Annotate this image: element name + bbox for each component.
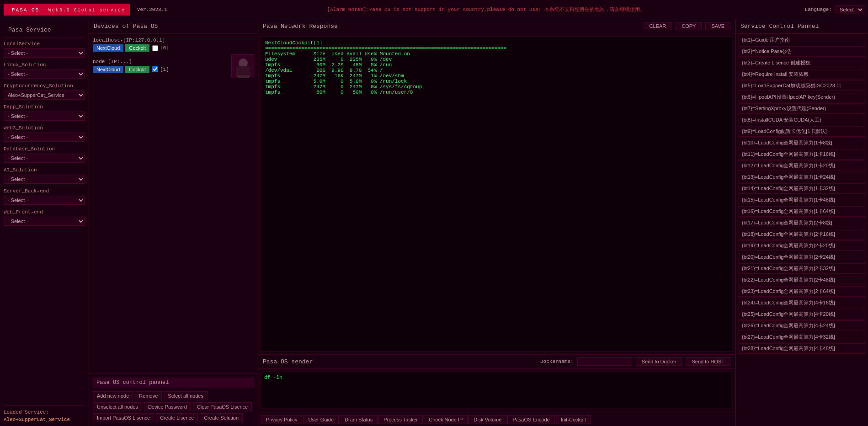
alarm-text: [Alarm Notes]:Pasa OS is not support in … (175, 6, 798, 13)
service-btn-22[interactable]: {bt23}=LoadConfig全网最高算力[2卡64线] (738, 286, 866, 297)
service-btn-19[interactable]: {bt20}=LoadConfig全网最高算力[2卡24线] (738, 252, 866, 262)
device-row: localhost-[IP:127.0.0.1] NextCloud Cockp… (93, 37, 254, 52)
devices-title: Devices of Pasa OS (89, 19, 258, 34)
add-node-btn[interactable]: Add new node (93, 391, 133, 400)
tab-nodeip[interactable]: Check Node IP (424, 415, 468, 424)
tab-process[interactable]: Process Tasker (378, 415, 423, 424)
sender-title: Pasa OS sender (263, 358, 537, 365)
clear-btn[interactable]: CLEAR (644, 22, 672, 30)
service-btn-14[interactable]: {bt15}=LoadConfig全网最高算力[1卡48线] (738, 195, 866, 205)
remove-btn[interactable]: Remove (135, 391, 162, 400)
service-btn-21[interactable]: {bt22}=LoadConfig全网最高算力[2卡48线] (738, 275, 866, 285)
service-btn-12[interactable]: {bt13}=LoadConfig全网最高算力[1卡24线] (738, 172, 866, 182)
service-btn-6[interactable]: {bt7}=SettingXproxy设置代理(Sender) (738, 103, 866, 114)
loaded-value: Aleo+SupperCat_Service (4, 417, 85, 422)
section-database: Database_Solution (4, 146, 85, 152)
device-index-0: [0] (160, 45, 169, 51)
service-btn-25[interactable]: {bt26}=LoadConfig全网最高算力[4卡24线] (738, 320, 866, 331)
service-btn-3[interactable]: {bt4}=Require Install 安装依赖 (738, 69, 866, 80)
device-checkbox-0[interactable] (152, 45, 158, 51)
send-docker-btn[interactable]: Send to Docker (636, 357, 682, 366)
database-select[interactable]: - Select - (4, 154, 85, 163)
service-btn-9[interactable]: {bt10}=LoadConfig全网最高算力[1卡8线] (738, 138, 866, 148)
device-password-btn[interactable]: Device Password (144, 402, 191, 411)
device-index-1: [1] (160, 67, 169, 72)
tab-userguide[interactable]: User Guide (303, 415, 339, 424)
devices-panel: Devices of Pasa OS localhost-[IP:127.0.0… (89, 19, 258, 426)
section-localservice: LocalService (4, 41, 85, 47)
service-btn-4[interactable]: {bt5}=LoadSupperCat加载超级猫[SC2023.1] (738, 80, 866, 91)
tab-cockpit[interactable]: Init-Cockpit (556, 415, 591, 424)
service-btn-15[interactable]: {bt16}=LoadConfig全网最高算力[1卡64线] (738, 206, 866, 217)
service-btn-7[interactable]: {bt8}=InstallCUDA 安装CUDA(人工) (738, 115, 866, 125)
control-panel: Pasa OS control pannel Add new node Remo… (89, 373, 258, 426)
service-btn-27[interactable]: {bt28}=LoadConfig全网最高算力[4卡48线] (738, 343, 866, 354)
service-btn-2[interactable]: {bt3}=Create Lisence 创建授权 (738, 58, 866, 68)
service-btn-20[interactable]: {bt21}=LoadConfig全网最高算力[2卡32线] (738, 263, 866, 274)
docker-name-input[interactable] (577, 357, 632, 366)
select-all-btn[interactable]: Select all nodes (164, 391, 208, 400)
sender-header: Pasa OS sender DockerName: Send to Docke… (258, 355, 735, 369)
ai-select[interactable]: - Select - (4, 175, 85, 184)
create-solution-btn[interactable]: Create Solution (200, 413, 243, 422)
unselect-all-btn[interactable]: Unselect all nodes (93, 402, 142, 411)
footer-tabs: Privacy Policy User Guide Dram Status Pr… (258, 413, 735, 426)
dapp-select[interactable]: - Select - (4, 112, 85, 121)
service-btn-10[interactable]: {bt11}=LoadConfig全网最高算力[1卡16线] (738, 149, 866, 160)
service-btn-18[interactable]: {bt19}=LoadConfig全网最高算力[2卡20线] (738, 240, 866, 251)
service-btn-13[interactable]: {bt14}=LoadConfig全网最高算力[1卡32线] (738, 183, 866, 194)
localservice-select[interactable]: - Select - (4, 48, 85, 58)
save-btn[interactable]: SAVE (705, 22, 730, 30)
web-frontend-select[interactable]: - Select - (4, 217, 85, 226)
service-btn-24[interactable]: {bt25}=LoadConfig全网最高算力[4卡20线] (738, 309, 866, 320)
send-host-btn[interactable]: Send to HOST (686, 357, 730, 366)
sidebar-title: Pasa Service (4, 23, 85, 37)
service-btn-8[interactable]: {bt9}=LoadConfig配置卡优化[1卡默认] (738, 126, 866, 137)
server-backend-select[interactable]: - Select - (4, 196, 85, 205)
right-panel-title: Service Control Pannel (736, 19, 868, 34)
service-btn-26[interactable]: {bt27}=LoadConfig全网最高算力[4卡32线] (738, 332, 866, 342)
tab-encode[interactable]: PasaOS Encode (507, 415, 554, 424)
language-selector[interactable]: Language: Select (805, 5, 864, 14)
crypto-select[interactable]: Aleo+SupperCat_Service (4, 91, 85, 100)
service-btn-0[interactable]: {bt1}=Guide 用户指南 (738, 35, 866, 45)
section-linux: Linux_Solution (4, 62, 85, 68)
network-output[interactable] (261, 36, 732, 351)
web3-select[interactable]: - Select - (4, 133, 85, 142)
section-server-backend: Server_Back-end (4, 188, 85, 194)
cockpit-btn-1[interactable]: Cockpit (125, 66, 149, 73)
service-btn-11[interactable]: {bt12}=LoadConfig全网最高算力[1卡20线] (738, 160, 866, 171)
device-checkbox-1[interactable] (152, 66, 158, 72)
section-web-frontend: Web_Front-end (4, 209, 85, 215)
nextcloud-btn-0[interactable]: NextCloud (93, 44, 123, 52)
clear-license-btn[interactable]: Clear PasaOS Lisence (193, 402, 252, 411)
logo-text: PASA OS (12, 7, 39, 13)
service-btn-17[interactable]: {bt18}=LoadConfig全网最高算力[2卡16线] (738, 229, 866, 240)
import-license-btn[interactable]: Import PasaOS Lisence (93, 413, 154, 422)
network-title: Pasa Network Response (263, 23, 640, 30)
loaded-service-section: Loaded Service: Aleo+SupperCat_Service (4, 405, 85, 422)
cockpit-btn-0[interactable]: Cockpit (125, 44, 149, 52)
linux-select[interactable]: - Select - (4, 69, 85, 79)
device-name-0: localhost-[IP:127.0.0.1] (93, 37, 254, 43)
sender-section: Pasa OS sender DockerName: Send to Docke… (258, 354, 735, 426)
tab-privacy[interactable]: Privacy Policy (261, 415, 302, 424)
create-license-btn[interactable]: Create Lisence (156, 413, 198, 422)
version-label: ver.2023.1 (137, 7, 167, 12)
docker-label: DockerName: (540, 359, 574, 364)
section-dapp: Dapp_Solution (4, 104, 85, 110)
app-logo: PASA OS Web3.0 Global service (4, 4, 130, 16)
tab-disk[interactable]: Disk Volume (469, 415, 506, 424)
device-name-1: node-[IP:...] (93, 59, 229, 64)
section-crypto: Cryptocurrency_Solution (4, 83, 85, 89)
sender-command-textarea[interactable] (261, 372, 732, 408)
nextcloud-btn-1[interactable]: NextCloud (93, 66, 123, 73)
copy-btn[interactable]: COPY (676, 22, 702, 30)
service-btn-23[interactable]: {bt24}=LoadConfig全网最高算力[4卡16线] (738, 298, 866, 308)
lang-select[interactable]: Select (835, 5, 864, 14)
service-btn-1[interactable]: {bt2}=Notice Pasa公告 (738, 46, 866, 57)
tab-dram[interactable]: Dram Status (340, 415, 378, 424)
devices-list: localhost-[IP:127.0.0.1] NextCloud Cockp… (89, 34, 258, 373)
service-btn-5[interactable]: {bt6}=HpoolAPI设置HpoolAPIkey(Sender) (738, 92, 866, 102)
service-btn-16[interactable]: {bt17}=LoadConfig全网最高算力[2卡8线] (738, 218, 866, 228)
